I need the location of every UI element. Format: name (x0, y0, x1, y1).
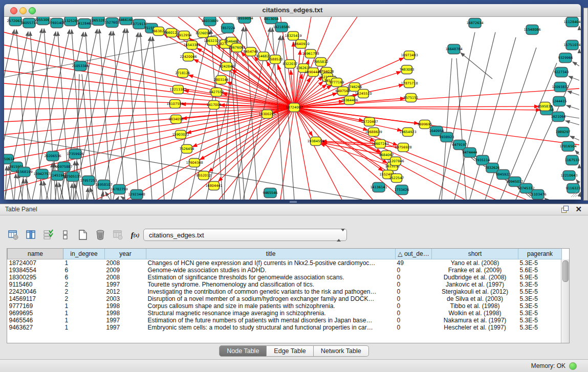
graph-node[interactable]: 11568199 (15, 167, 32, 177)
graph-node[interactable]: 16033809 (201, 17, 218, 26)
function-icon[interactable]: f(x) (129, 229, 141, 241)
network-graph[interactable]: 2572063134055714205530932769140611325286… (4, 17, 581, 200)
graph-node[interactable]: 9242848 (220, 62, 234, 71)
graph-node[interactable]: 9699695 (418, 120, 432, 129)
graph-node[interactable]: 9834056 (169, 115, 184, 124)
table-row[interactable]: 946362711997Embryonic stem cells: a mode… (8, 324, 562, 331)
graph-node[interactable]: 8575151 (404, 94, 419, 102)
table-settings-icon[interactable] (7, 229, 19, 241)
graph-node[interactable]: 16872634 (466, 18, 483, 28)
tab-node-table[interactable]: Node Table (219, 345, 267, 357)
rows-icon[interactable] (59, 229, 72, 241)
graph-node[interactable]: 16648784 (445, 45, 462, 54)
table-row[interactable]: 969969511998Structural magnetic resonanc… (8, 310, 562, 317)
graph-node[interactable]: 7526454 (180, 145, 194, 154)
graph-node[interactable]: 14136141 (370, 183, 387, 192)
graph-node[interactable]: 11548086 (524, 25, 540, 35)
new-file-icon[interactable] (77, 229, 89, 241)
table-row[interactable]: 1938455462009Genome-wide association stu… (8, 267, 562, 274)
table-row[interactable]: 946554611997Estimation of the future num… (8, 317, 562, 324)
column-header-year[interactable]: year (105, 249, 146, 259)
tab-edge-table[interactable]: Edge Table (267, 345, 313, 357)
graph-node[interactable]: 12210643 (560, 171, 577, 181)
table-row[interactable]: 911546021997Tourette syndrome. Phenomeno… (8, 281, 562, 288)
table-row[interactable]: 977716911998Corpus callosum shape and si… (8, 302, 562, 310)
network-canvas[interactable]: 2572063134055714205530932769140611325286… (4, 17, 581, 200)
graph-node[interactable]: 9845922 (496, 170, 511, 180)
graph-node[interactable]: 9474444 (463, 148, 477, 158)
graph-node[interactable]: 18107554 (166, 100, 183, 108)
graph-node[interactable]: 2803144 (214, 76, 229, 84)
column-header-short[interactable]: short (432, 249, 518, 259)
select-columns-icon[interactable] (42, 229, 54, 241)
graph-node[interactable]: 19654923 (399, 128, 416, 137)
graph-node[interactable]: 15751074 (563, 40, 580, 50)
graph-node[interactable]: 2522547 (389, 174, 404, 183)
table-row[interactable]: 1830029562008Estimation of significance … (8, 274, 562, 281)
graph-node[interactable]: 19559054 (236, 17, 253, 24)
column-header-out_de[interactable]: △ out_de… (396, 249, 432, 259)
graph-node[interactable]: 9227343 (554, 68, 569, 77)
graph-node[interactable]: 7955812 (314, 58, 329, 67)
graph-node[interactable]: 8912954 (177, 31, 192, 40)
table-row[interactable]: 1872400712008Changes of HCN gene express… (8, 259, 562, 267)
graph-node[interactable]: 21103476 (529, 190, 546, 200)
graph-node[interactable]: 9465546 (263, 188, 278, 198)
graph-node[interactable]: 1145194 (50, 171, 65, 181)
column-header-pagerank[interactable]: pagerank (518, 249, 562, 259)
column-header-name[interactable]: name (8, 249, 63, 259)
graph-node[interactable]: 20206536 (44, 151, 61, 161)
graph-node[interactable]: 8322037 (283, 60, 298, 69)
graph-node[interactable]: 19218586 (273, 23, 290, 32)
close-panel-icon[interactable]: ✕ (575, 205, 582, 214)
graph-node[interactable]: 90975887 (55, 162, 72, 172)
graph-node[interactable]: 17957253 (80, 176, 97, 186)
delete-icon[interactable] (94, 229, 106, 241)
graph-node[interactable]: 1244415 (552, 97, 567, 106)
graph-node[interactable]: 1733426 (395, 185, 409, 195)
graph-node[interactable]: 16543382 (183, 41, 200, 50)
tab-network-table[interactable]: Network Table (314, 345, 369, 357)
graph-node[interactable]: 1989297 (556, 127, 571, 137)
table-row[interactable]: 1456911722003Disruption of a novel membe… (8, 295, 562, 302)
table-scrollbar-thumb[interactable] (562, 260, 569, 282)
import-table-icon[interactable] (112, 229, 124, 241)
graph-node[interactable]: 9552012 (197, 171, 211, 180)
panel-splitter-handle[interactable] (290, 201, 297, 203)
graph-node[interactable]: 13942757 (33, 169, 50, 179)
graph-node[interactable]: 2718126 (176, 69, 190, 78)
graph-node[interactable]: 8226058 (196, 29, 211, 38)
graph-node[interactable]: 1527602 (105, 18, 120, 28)
network-window[interactable]: citations_edges.txt 25720631340557142055… (4, 4, 581, 200)
graph-node[interactable]: 12505135 (64, 172, 81, 182)
graph-node[interactable]: 1621064 (551, 112, 566, 122)
graph-node[interactable]: 12093832 (552, 82, 569, 92)
column-header-title[interactable]: title (146, 249, 396, 259)
graph-node[interactable]: 18607243 (372, 140, 388, 148)
column-header-in_degree[interactable]: in_degree (63, 249, 105, 259)
graph-node[interactable]: 1417004 (207, 101, 222, 110)
table-row[interactable]: 2242004622012Investigating the contribut… (8, 288, 562, 295)
table-scrollbar[interactable] (561, 259, 569, 343)
graph-node[interactable]: 8427552 (209, 88, 224, 97)
graph-node[interactable]: 9777169 (330, 78, 344, 87)
graph-node[interactable]: 7857224 (221, 24, 235, 33)
graph-node[interactable]: 18325419 (285, 32, 301, 40)
graph-node[interactable]: 7483083 (400, 65, 415, 74)
graph-node[interactable]: 17359926 (67, 149, 83, 159)
graph-node[interactable]: 11128404 (563, 17, 580, 27)
graph-node[interactable]: 17016504 (559, 142, 576, 151)
graph-node[interactable]: 21053346 (72, 61, 89, 71)
graph-node[interactable]: 12923448 (128, 190, 145, 200)
graph-node[interactable]: 9329966 (558, 53, 573, 63)
table-selector-dropdown[interactable]: citations_edges.txt (143, 229, 347, 241)
graph-node[interactable]: 16958107 (95, 180, 112, 190)
graph-node[interactable]: 8938923 (440, 133, 454, 142)
graph-node[interactable]: 9116323 (566, 184, 581, 193)
show-column-icon[interactable] (25, 229, 37, 241)
graph-node[interactable]: 16782759 (111, 185, 127, 194)
graph-node[interactable]: 1167533 (565, 156, 580, 165)
graph-node[interactable]: 10688639 (365, 128, 382, 137)
network-window-titlebar[interactable]: citations_edges.txt (4, 4, 581, 17)
graph-node[interactable]: 1595833 (538, 102, 553, 111)
